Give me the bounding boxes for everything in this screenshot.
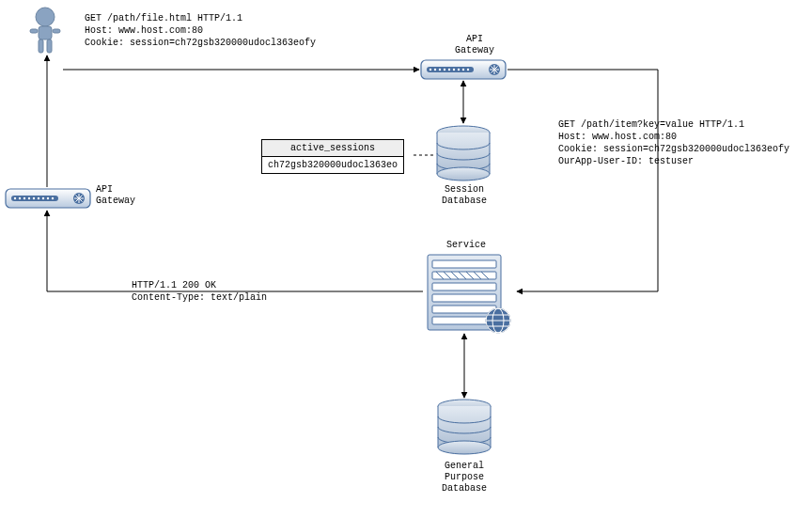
svg-point-26 xyxy=(42,197,44,199)
request2-text: GET /path/item?key=value HTTP/1.1 Host: … xyxy=(558,118,789,167)
svg-rect-37 xyxy=(432,260,496,268)
svg-point-8 xyxy=(429,69,431,71)
table-row: ch72gsb320000udocl363eo xyxy=(262,157,404,174)
table-header: active_sessions xyxy=(262,140,404,157)
diagram-canvas xyxy=(0,0,812,518)
general-db-label: General Purpose Database xyxy=(434,461,494,494)
response-text: HTTP/1.1 200 OK Content-Type: text/plain xyxy=(132,279,267,304)
gateway-router-top xyxy=(421,60,506,79)
svg-point-21 xyxy=(19,197,21,199)
user-icon xyxy=(30,8,60,53)
svg-point-32 xyxy=(437,167,490,181)
gateway-left-label: API Gateway xyxy=(96,184,152,207)
service-label: Service xyxy=(438,240,494,251)
gateway-top-label: API Gateway xyxy=(446,34,503,56)
session-database-icon xyxy=(437,126,490,181)
svg-point-12 xyxy=(448,69,450,71)
svg-point-23 xyxy=(28,197,30,199)
session-db-label: Session Database xyxy=(434,184,494,207)
general-database-icon xyxy=(438,400,491,454)
svg-rect-4 xyxy=(39,39,43,53)
svg-point-10 xyxy=(439,69,441,71)
svg-rect-46 xyxy=(432,283,496,290)
svg-point-16 xyxy=(467,69,469,71)
svg-point-15 xyxy=(462,69,464,71)
svg-point-20 xyxy=(14,197,16,199)
svg-point-13 xyxy=(453,69,455,71)
svg-point-28 xyxy=(52,197,54,199)
svg-point-24 xyxy=(33,197,35,199)
svg-point-25 xyxy=(38,197,39,199)
svg-point-27 xyxy=(47,197,49,199)
active-sessions-table: active_sessions ch72gsb320000udocl363eo xyxy=(261,139,404,174)
service-icon xyxy=(428,255,510,333)
svg-point-22 xyxy=(23,197,25,199)
arrow-gateway-to-service xyxy=(508,70,658,291)
svg-point-9 xyxy=(434,69,436,71)
svg-point-11 xyxy=(444,69,445,71)
svg-point-0 xyxy=(36,8,55,26)
gateway-router-left xyxy=(6,189,90,208)
svg-rect-3 xyxy=(53,29,60,33)
svg-rect-47 xyxy=(432,294,496,302)
svg-rect-5 xyxy=(47,39,52,53)
svg-rect-48 xyxy=(432,306,496,313)
svg-rect-2 xyxy=(30,29,38,33)
svg-point-14 xyxy=(458,69,460,71)
svg-point-35 xyxy=(438,441,491,454)
request1-text: GET /path/file.html HTTP/1.1 Host: www.h… xyxy=(85,12,316,49)
svg-rect-1 xyxy=(39,26,52,39)
